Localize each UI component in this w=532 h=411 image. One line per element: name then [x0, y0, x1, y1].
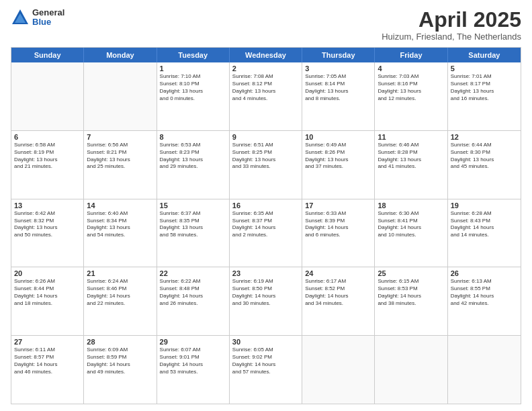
- cell-info-line: Daylight: 13 hours: [451, 88, 518, 95]
- cell-info-line: Sunrise: 6:42 AM: [14, 210, 81, 218]
- day-number: 17: [305, 201, 371, 210]
- cell-info-line: Sunrise: 6:09 AM: [87, 347, 153, 354]
- cell-info-line: and 34 minutes.: [305, 300, 371, 308]
- cell-info-line: and 30 minutes.: [232, 300, 299, 308]
- cell-info-line: Sunrise: 6:51 AM: [232, 142, 299, 149]
- cell-info-line: and 0 minutes.: [160, 95, 226, 103]
- day-cell-5: 5Sunrise: 7:01 AMSunset: 8:17 PMDaylight…: [448, 62, 521, 130]
- day-cell-1: 1Sunrise: 7:10 AMSunset: 8:10 PMDaylight…: [157, 62, 230, 130]
- day-cell-17: 17Sunrise: 6:33 AMSunset: 8:39 PMDayligh…: [302, 199, 375, 267]
- cell-info-line: Sunrise: 6:40 AM: [87, 210, 153, 218]
- cell-info-line: and 25 minutes.: [87, 163, 153, 171]
- cell-info-line: Sunrise: 6:30 AM: [378, 210, 444, 218]
- calendar: SundayMondayTuesdayWednesdayThursdayFrid…: [11, 47, 521, 404]
- cell-info-line: Sunset: 8:12 PM: [232, 81, 299, 88]
- cell-info-line: and 16 minutes.: [451, 95, 518, 103]
- empty-cell: [302, 336, 375, 404]
- cell-info-line: Daylight: 13 hours: [378, 88, 444, 95]
- day-cell-25: 25Sunrise: 6:15 AMSunset: 8:53 PMDayligh…: [375, 267, 447, 335]
- day-cell-22: 22Sunrise: 6:22 AMSunset: 8:48 PMDayligh…: [157, 267, 230, 335]
- cell-info-line: and 37 minutes.: [305, 163, 371, 171]
- cell-info-line: Daylight: 14 hours: [232, 361, 299, 369]
- cell-info-line: Sunrise: 6:49 AM: [305, 142, 371, 149]
- cell-info-line: and 8 minutes.: [305, 95, 371, 103]
- cell-info-line: Sunset: 8:19 PM: [14, 149, 81, 156]
- cell-info-line: Sunset: 8:52 PM: [305, 285, 371, 293]
- cell-info-line: Sunrise: 6:05 AM: [232, 347, 299, 354]
- cell-info-line: and 26 minutes.: [160, 300, 226, 308]
- cell-info-line: Sunset: 8:21 PM: [87, 149, 153, 156]
- day-cell-9: 9Sunrise: 6:51 AMSunset: 8:25 PMDaylight…: [230, 131, 302, 199]
- cell-info-line: Sunset: 8:46 PM: [87, 285, 153, 293]
- cell-info-line: Sunrise: 7:01 AM: [451, 73, 518, 81]
- cell-info-line: Sunset: 8:37 PM: [232, 218, 299, 225]
- cell-info-line: Daylight: 13 hours: [87, 156, 153, 164]
- cell-info-line: Sunrise: 6:53 AM: [160, 142, 226, 149]
- cell-info-line: Daylight: 13 hours: [232, 88, 299, 95]
- day-number: 22: [160, 269, 226, 277]
- subtitle: Huizum, Friesland, The Netherlands: [382, 32, 521, 42]
- cell-info-line: and 42 minutes.: [451, 300, 518, 308]
- day-cell-3: 3Sunrise: 7:05 AMSunset: 8:14 PMDaylight…: [302, 62, 375, 130]
- cell-info-line: Sunrise: 6:56 AM: [87, 142, 153, 149]
- day-header-friday: Friday: [375, 48, 447, 62]
- day-cell-19: 19Sunrise: 6:28 AMSunset: 8:43 PMDayligh…: [448, 199, 521, 267]
- day-header-tuesday: Tuesday: [157, 48, 230, 62]
- day-cell-13: 13Sunrise: 6:42 AMSunset: 8:32 PMDayligh…: [11, 199, 84, 267]
- day-header-thursday: Thursday: [302, 48, 375, 62]
- header: General Blue April 2025 Huizum, Frieslan…: [11, 8, 521, 42]
- day-cell-14: 14Sunrise: 6:40 AMSunset: 8:34 PMDayligh…: [84, 199, 157, 267]
- cell-info-line: Sunset: 8:30 PM: [451, 149, 518, 156]
- day-cell-6: 6Sunrise: 6:58 AMSunset: 8:19 PMDaylight…: [11, 131, 84, 199]
- logo-blue: Blue: [32, 17, 64, 27]
- cell-info-line: Daylight: 13 hours: [451, 156, 518, 164]
- cell-info-line: and 58 minutes.: [160, 232, 226, 239]
- cell-info-line: Sunset: 9:01 PM: [160, 354, 226, 361]
- cell-info-line: and 33 minutes.: [232, 163, 299, 171]
- cell-info-line: Daylight: 14 hours: [87, 293, 153, 300]
- cell-info-line: and 49 minutes.: [87, 369, 153, 376]
- cell-info-line: Daylight: 14 hours: [232, 293, 299, 300]
- cell-info-line: Sunset: 8:57 PM: [14, 354, 81, 361]
- week-row-3: 13Sunrise: 6:42 AMSunset: 8:32 PMDayligh…: [11, 199, 521, 268]
- day-number: 16: [232, 201, 299, 210]
- cell-info-line: Sunset: 8:14 PM: [305, 81, 371, 88]
- day-number: 2: [232, 64, 299, 73]
- cell-info-line: Sunset: 8:39 PM: [305, 218, 371, 225]
- cell-info-line: Sunset: 8:55 PM: [451, 285, 518, 293]
- cell-info-line: Daylight: 14 hours: [232, 224, 299, 232]
- day-cell-23: 23Sunrise: 6:19 AMSunset: 8:50 PMDayligh…: [230, 267, 302, 335]
- cell-info-line: Sunset: 8:16 PM: [378, 81, 444, 88]
- cell-info-line: Sunrise: 6:46 AM: [378, 142, 444, 149]
- cell-info-line: and 53 minutes.: [160, 369, 226, 376]
- cell-info-line: Sunrise: 6:19 AM: [232, 278, 299, 285]
- day-number: 25: [378, 269, 444, 277]
- day-number: 8: [160, 133, 226, 141]
- day-number: 6: [14, 133, 81, 141]
- cell-info-line: and 50 minutes.: [14, 232, 81, 239]
- cell-info-line: Sunrise: 6:28 AM: [451, 210, 518, 218]
- cell-info-line: Sunrise: 6:58 AM: [14, 142, 81, 149]
- cell-info-line: Daylight: 14 hours: [378, 224, 444, 232]
- cell-info-line: Daylight: 13 hours: [14, 156, 81, 164]
- day-cell-16: 16Sunrise: 6:35 AMSunset: 8:37 PMDayligh…: [230, 199, 302, 267]
- logo-text: General Blue: [32, 8, 64, 28]
- day-cell-7: 7Sunrise: 6:56 AMSunset: 8:21 PMDaylight…: [84, 131, 157, 199]
- cell-info-line: Sunset: 8:28 PM: [378, 149, 444, 156]
- day-cell-20: 20Sunrise: 6:26 AMSunset: 8:44 PMDayligh…: [11, 267, 84, 335]
- cell-info-line: Daylight: 14 hours: [14, 361, 81, 369]
- cell-info-line: Daylight: 14 hours: [160, 293, 226, 300]
- cell-info-line: Daylight: 13 hours: [232, 156, 299, 164]
- week-row-5: 27Sunrise: 6:11 AMSunset: 8:57 PMDayligh…: [11, 336, 521, 404]
- day-cell-18: 18Sunrise: 6:30 AMSunset: 8:41 PMDayligh…: [375, 199, 447, 267]
- cell-info-line: Sunrise: 6:24 AM: [87, 278, 153, 285]
- cell-info-line: Sunset: 8:17 PM: [451, 81, 518, 88]
- week-row-4: 20Sunrise: 6:26 AMSunset: 8:44 PMDayligh…: [11, 267, 521, 336]
- day-header-saturday: Saturday: [448, 48, 521, 62]
- day-number: 14: [87, 201, 153, 210]
- cell-info-line: Daylight: 14 hours: [451, 293, 518, 300]
- cell-info-line: Daylight: 13 hours: [87, 224, 153, 232]
- cell-info-line: and 12 minutes.: [378, 95, 444, 103]
- day-number: 13: [14, 201, 81, 210]
- cell-info-line: and 21 minutes.: [14, 163, 81, 171]
